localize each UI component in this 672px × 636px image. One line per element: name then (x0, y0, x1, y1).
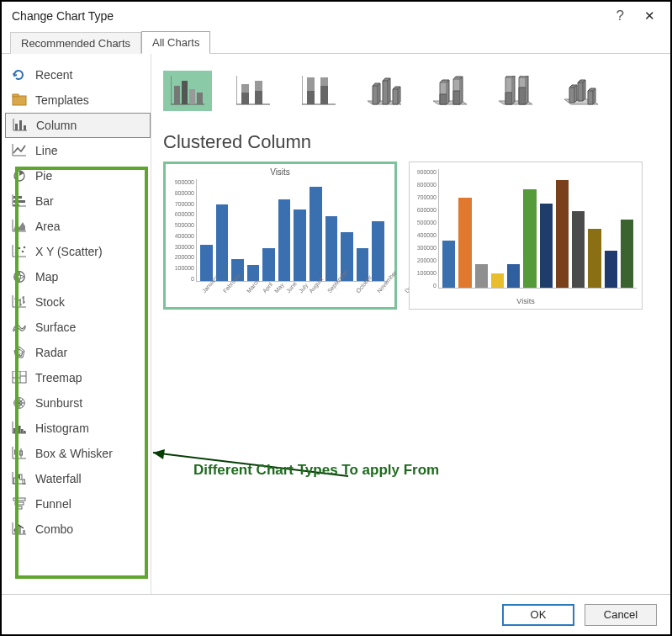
tab-recommended-charts[interactable]: Recommended Charts (10, 32, 141, 54)
sidebar-item-label: X Y (Scatter) (35, 245, 103, 258)
sidebar-item-bar[interactable]: Bar (5, 188, 151, 214)
sidebar-item-label: Box & Whisker (35, 447, 113, 460)
bar (372, 221, 384, 281)
sidebar-item-surface[interactable]: Surface (5, 315, 151, 340)
sidebar-item-map[interactable]: Map (5, 264, 151, 289)
surface-icon (12, 321, 27, 334)
recent-icon (12, 68, 27, 82)
sidebar-item-sunburst[interactable]: Sunburst (5, 390, 151, 416)
tab-all-charts[interactable]: All Charts (141, 31, 210, 54)
3d-clustered-column-icon (368, 76, 401, 106)
combo-icon (12, 522, 27, 536)
bar (540, 204, 553, 288)
templates-icon (12, 93, 27, 107)
sidebar-item-label: Treemap (35, 371, 82, 384)
subtype-heading: Clustered Column (163, 131, 659, 153)
close-button[interactable]: ✕ (636, 8, 664, 24)
sidebar-item-area[interactable]: Area (5, 214, 151, 239)
sidebar-item-label: Combo (35, 522, 73, 536)
subtype-stacked-column[interactable] (229, 71, 278, 111)
radar-icon (12, 346, 27, 359)
area-icon (12, 220, 27, 233)
stock-icon (12, 295, 27, 309)
ok-button[interactable]: OK (502, 604, 574, 626)
sidebar-item-line[interactable]: Line (5, 138, 151, 163)
subtype-3d-100-stacked-column[interactable] (491, 71, 540, 111)
bar (200, 245, 213, 281)
bar (621, 220, 633, 288)
title-bar: Change Chart Type ? ✕ (2, 2, 670, 30)
annotation-text: Different Chart Types To apply From (193, 462, 439, 479)
dialog-content: RecentTemplatesColumnLinePieBarAreaX Y (… (2, 54, 670, 595)
bar (325, 216, 338, 281)
y-axis-ticks: 0100000200000300000400000500000600000700… (166, 179, 196, 282)
sidebar-item-boxwhisker[interactable]: Box & Whisker (5, 441, 151, 466)
subtype-row (163, 64, 659, 118)
chart-type-sidebar: RecentTemplatesColumnLinePieBarAreaX Y (… (2, 54, 151, 595)
subtype-100-stacked-column[interactable] (294, 71, 343, 111)
subtype-3d-column[interactable] (557, 71, 606, 111)
bar (278, 199, 291, 281)
bar (310, 187, 322, 281)
help-button[interactable]: ? (605, 8, 636, 24)
sidebar-item-label: Surface (35, 321, 76, 334)
sidebar-item-label: Bar (35, 194, 54, 208)
sidebar-item-label: Radar (35, 346, 67, 359)
sidebar-item-recent[interactable]: Recent (5, 62, 151, 87)
3d-column-icon (564, 76, 598, 106)
chart-preview-1[interactable]: Visits0100000200000300000400000500000600… (163, 162, 397, 310)
sidebar-item-label: Area (35, 220, 61, 233)
sidebar-item-label: Line (35, 144, 57, 157)
3d-100-stacked-column-icon (499, 76, 532, 106)
pie-icon (12, 169, 27, 183)
chart-preview-title: Visits (166, 164, 394, 177)
bar (556, 180, 569, 288)
column-icon (13, 119, 28, 132)
chart-plot-area (438, 169, 637, 289)
bar (294, 209, 306, 281)
sidebar-item-column[interactable]: Column (5, 113, 151, 138)
scatter-icon (12, 245, 27, 258)
subtype-3d-clustered-column[interactable] (360, 71, 409, 111)
subtype-clustered-column[interactable] (163, 71, 212, 111)
sidebar-item-label: Templates (35, 93, 89, 107)
clustered-column-icon (171, 76, 204, 106)
x-axis-labels: JanuaryFebruaryMarchAprilMayJuneJulyAugu… (196, 282, 388, 304)
bar (523, 189, 536, 289)
sidebar-item-histogram[interactable]: Histogram (5, 416, 151, 441)
sidebar-item-label: Waterfall (35, 472, 82, 485)
sidebar-item-radar[interactable]: Radar (5, 340, 151, 365)
boxwhisker-icon (12, 447, 27, 460)
sidebar-item-funnel[interactable]: Funnel (5, 491, 151, 517)
bar-icon (12, 194, 27, 208)
sidebar-item-scatter[interactable]: X Y (Scatter) (5, 239, 151, 264)
sidebar-item-label: Pie (35, 169, 52, 183)
bar (262, 248, 275, 281)
x-axis-label: Visits (410, 297, 642, 305)
subtype-3d-stacked-column[interactable] (426, 71, 474, 111)
chart-previews: Visits0100000200000300000400000500000600… (163, 162, 659, 310)
stacked-column-icon (236, 76, 270, 106)
3d-stacked-column-icon (433, 76, 467, 106)
dialog-footer: OK Cancel (2, 594, 670, 634)
sidebar-item-templates[interactable]: Templates (5, 87, 151, 113)
line-icon (12, 144, 27, 157)
y-axis-ticks: 0100000200000300000400000500000600000700… (410, 169, 438, 289)
sidebar-item-waterfall[interactable]: Waterfall (5, 466, 151, 491)
chart-preview-2[interactable]: 0100000200000300000400000500000600000700… (409, 162, 643, 310)
main-panel: Clustered Column Visits01000002000003000… (151, 54, 670, 595)
annotation-arrow-icon (146, 441, 365, 491)
treemap-icon (12, 371, 27, 384)
bar (491, 273, 504, 288)
map-icon (12, 270, 27, 284)
sidebar-item-stock[interactable]: Stock (5, 289, 151, 315)
funnel-icon (12, 497, 27, 511)
sidebar-item-label: Recent (35, 68, 72, 82)
cancel-button[interactable]: Cancel (585, 604, 657, 626)
sidebar-item-label: Funnel (35, 497, 71, 511)
sidebar-item-pie[interactable]: Pie (5, 163, 151, 188)
sidebar-item-treemap[interactable]: Treemap (5, 365, 151, 390)
sidebar-item-combo[interactable]: Combo (5, 517, 151, 542)
sidebar-item-label: Map (35, 270, 58, 284)
histogram-icon (12, 421, 27, 435)
